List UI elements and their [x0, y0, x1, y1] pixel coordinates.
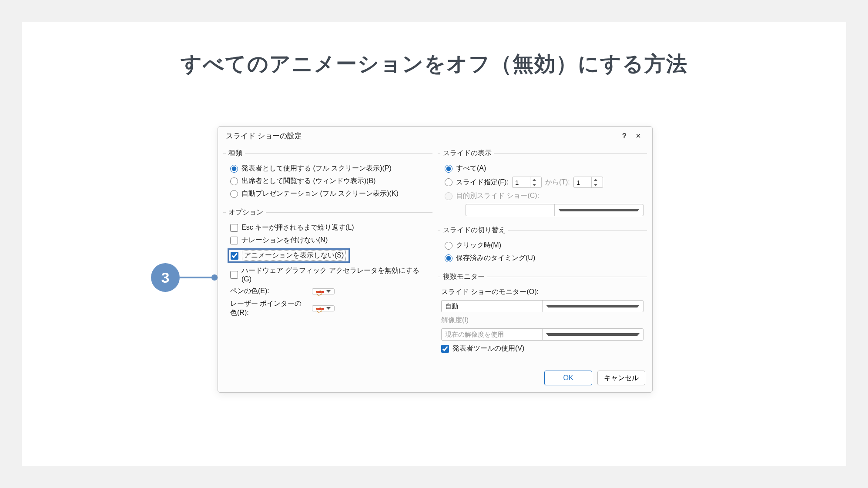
check-loop-label: Esc キーが押されるまで繰り返す(L) — [241, 223, 354, 232]
radio-manual-label: クリック時(M) — [456, 241, 501, 250]
radio-custom-show-input — [445, 192, 452, 200]
radio-timing-label: 保存済みのタイミング(U) — [456, 254, 535, 263]
to-spinner[interactable] — [573, 177, 603, 188]
radio-presenter-input[interactable] — [230, 165, 238, 173]
ok-button[interactable]: OK — [544, 371, 592, 385]
radio-presenter[interactable]: 発表者として使用する (フル スクリーン表示)(P) — [226, 162, 430, 175]
resolution-value: 現在の解像度を使用 — [442, 331, 542, 339]
group-options: オプション Esc キーが押されるまで繰り返す(L) ナレーションを付けない(N… — [223, 208, 432, 323]
group-show-type-legend: 種類 — [226, 149, 245, 158]
laser-color-label: レーザー ポインターの色(R): — [230, 299, 308, 318]
chevron-up-icon — [533, 179, 536, 181]
step-connector-dot — [211, 274, 218, 281]
check-hardware[interactable]: ハードウェア グラフィック アクセラレータを無効にする(G) — [226, 264, 430, 285]
group-show-type: 種類 発表者として使用する (フル スクリーン表示)(P) 出席者として閲覧する… — [223, 149, 432, 204]
range-to-label: から(T): — [545, 178, 570, 187]
group-show-slides-legend: スライドの表示 — [440, 149, 494, 158]
custom-show-combo — [466, 204, 643, 216]
radio-range-row: スライド指定(F): から(T): — [440, 175, 644, 190]
right-column: スライドの表示 すべて(A) スライド指定(F): — [438, 146, 647, 363]
check-presenter-view-input[interactable] — [441, 345, 449, 353]
monitor-combo[interactable]: 自動 — [441, 300, 643, 312]
check-hardware-input[interactable] — [230, 271, 238, 279]
close-button[interactable]: × — [630, 131, 646, 141]
chevron-down-icon — [554, 204, 643, 216]
group-advance-legend: スライドの切り替え — [440, 226, 508, 235]
paint-bucket-icon — [316, 290, 324, 293]
dialog-footer: OK キャンセル — [218, 367, 652, 392]
radio-timing-input[interactable] — [445, 254, 452, 262]
dialog-title: スライド ショーの設定 — [226, 131, 618, 141]
radio-browse-label: 出席者として閲覧する (ウィンドウ表示)(B) — [241, 177, 375, 186]
check-animation-label[interactable]: アニメーションを表示しない(S) — [242, 251, 346, 261]
monitor-label-row: スライド ショーのモニター(O): — [440, 286, 644, 298]
laser-color-button[interactable] — [312, 305, 335, 311]
radio-presenter-label: 発表者として使用する (フル スクリーン表示)(P) — [241, 164, 392, 173]
left-column: 種類 発表者として使用する (フル スクリーン表示)(P) 出席者として閲覧する… — [223, 146, 432, 363]
group-monitors: 複数モニター スライド ショーのモニター(O): 自動 解像度(I) — [438, 272, 647, 358]
pen-color-label: ペンの色(E): — [230, 287, 308, 296]
radio-timing[interactable]: 保存済みのタイミング(U) — [440, 252, 644, 264]
from-spinner-buttons[interactable] — [530, 177, 539, 187]
radio-custom-show-label: 目的別スライド ショー(C): — [456, 191, 539, 201]
check-presenter-view[interactable]: 発表者ツールの使用(V) — [440, 342, 644, 355]
laser-color-row: レーザー ポインターの色(R): — [226, 297, 430, 319]
radio-manual[interactable]: クリック時(M) — [440, 239, 644, 252]
radio-manual-input[interactable] — [445, 242, 452, 250]
from-spinner[interactable] — [512, 177, 542, 188]
radio-kiosk[interactable]: 自動プレゼンテーション (フル スクリーン表示)(K) — [226, 187, 430, 200]
radio-kiosk-input[interactable] — [230, 190, 238, 198]
step-connector-line — [180, 277, 212, 278]
to-spinner-buttons[interactable] — [591, 177, 600, 187]
check-animation-row: アニメーションを表示しない(S) — [226, 247, 430, 264]
chevron-down-icon — [326, 290, 331, 293]
monitor-label: スライド ショーのモニター(O): — [441, 287, 539, 297]
chevron-down-icon — [533, 184, 536, 186]
monitor-value: 自動 — [442, 302, 542, 311]
group-monitors-legend: 複数モニター — [440, 272, 487, 281]
check-loop-input[interactable] — [230, 224, 238, 232]
radio-kiosk-label: 自動プレゼンテーション (フル スクリーン表示)(K) — [241, 189, 399, 198]
check-animation-input[interactable] — [231, 252, 238, 260]
radio-all-slides[interactable]: すべて(A) — [440, 162, 644, 175]
chevron-down-icon — [594, 184, 597, 186]
radio-custom-show: 目的別スライド ショー(C): — [440, 190, 644, 202]
animation-highlight: アニメーションを表示しない(S) — [228, 248, 350, 263]
resolution-combo: 現在の解像度を使用 — [441, 328, 643, 341]
radio-range-input[interactable] — [445, 178, 452, 186]
chevron-up-icon — [594, 179, 597, 181]
step-badge-3: 3 — [151, 263, 180, 292]
cancel-button[interactable]: キャンセル — [597, 371, 645, 385]
pen-color-row: ペンの色(E): — [226, 285, 430, 297]
dialog-titlebar: スライド ショーの設定 ? × — [218, 127, 652, 144]
check-loop[interactable]: Esc キーが押されるまで繰り返す(L) — [226, 221, 430, 234]
check-narration[interactable]: ナレーションを付けない(N) — [226, 234, 430, 247]
chevron-down-icon — [326, 307, 331, 310]
monitor-combo-row: 自動 — [440, 298, 644, 314]
chevron-down-icon[interactable] — [542, 301, 643, 312]
resolution-combo-row: 現在の解像度を使用 — [440, 327, 644, 342]
page-title: すべてのアニメーションをオフ（無効）にする方法 — [22, 50, 846, 78]
radio-browse-input[interactable] — [230, 177, 238, 185]
tutorial-canvas: すべてのアニメーションをオフ（無効）にする方法 3 スライド ショーの設定 ? … — [22, 22, 846, 466]
check-narration-input[interactable] — [230, 237, 238, 244]
group-show-slides: スライドの表示 すべて(A) スライド指定(F): — [438, 149, 647, 221]
check-narration-label: ナレーションを付けない(N) — [241, 236, 328, 245]
radio-browse[interactable]: 出席者として閲覧する (ウィンドウ表示)(B) — [226, 175, 430, 187]
resolution-label: 解像度(I) — [441, 316, 469, 325]
step-number: 3 — [161, 269, 170, 286]
radio-all-slides-input[interactable] — [445, 165, 452, 173]
to-value[interactable] — [574, 179, 591, 186]
custom-show-combo-row — [440, 202, 644, 218]
check-presenter-view-label: 発表者ツールの使用(V) — [452, 344, 524, 353]
radio-range-label: スライド指定(F): — [456, 178, 509, 187]
pen-color-button[interactable] — [312, 288, 335, 294]
radio-all-slides-label: すべて(A) — [456, 164, 486, 173]
chevron-down-icon — [542, 329, 643, 340]
resolution-label-row: 解像度(I) — [440, 314, 644, 327]
group-advance-slides: スライドの切り替え クリック時(M) 保存済みのタイミング(U) — [438, 226, 647, 268]
help-button[interactable]: ? — [618, 132, 630, 140]
check-hardware-label: ハードウェア グラフィック アクセラレータを無効にする(G) — [241, 266, 429, 283]
from-value[interactable] — [513, 179, 530, 186]
paint-bucket-icon — [316, 307, 324, 310]
